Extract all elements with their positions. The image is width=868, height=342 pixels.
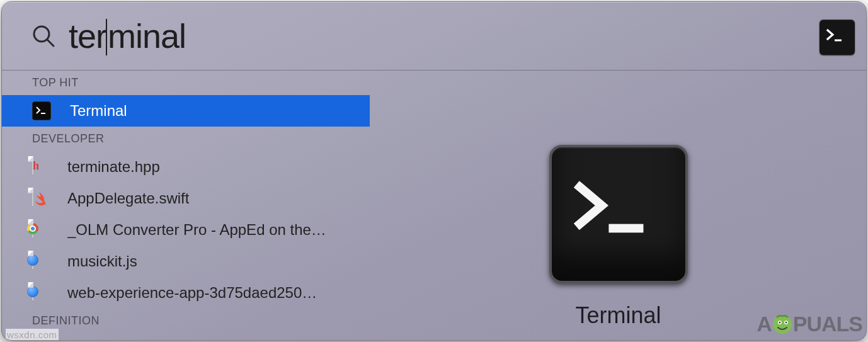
terminal-icon: [32, 101, 51, 120]
svg-point-9: [785, 321, 787, 323]
search-input[interactable]: terminal: [69, 16, 855, 55]
search-icon: [31, 23, 56, 48]
preview-pane: Terminal: [370, 71, 866, 340]
result-label: AppDelegate.swift: [67, 190, 189, 207]
result-label: terminate.hpp: [67, 158, 160, 176]
preview-app-icon: [549, 145, 688, 283]
section-header-developer: DEVELOPER: [2, 127, 370, 151]
result-item-terminate-hpp[interactable]: h terminate.hpp: [2, 151, 370, 183]
result-item-musickit-js[interactable]: musickit.js: [2, 246, 370, 277]
svg-point-5: [773, 315, 792, 334]
result-item-terminal[interactable]: Terminal: [2, 95, 370, 127]
spotlight-window: terminal TOP HIT Terminal DEVE: [1, 1, 867, 341]
preview-title: Terminal: [575, 302, 661, 329]
result-label: _OLM Converter Pro - AppEd on the…: [67, 221, 326, 239]
search-row: terminal: [2, 2, 866, 70]
swift-file-icon: [32, 188, 49, 208]
top-hit-mini-icon: [819, 20, 855, 55]
result-label: musickit.js: [67, 253, 137, 270]
js-file-icon: [32, 251, 49, 271]
appuals-logo-icon: [772, 314, 793, 335]
svg-point-8: [779, 321, 780, 323]
watermark-source: wsxdn.com: [6, 329, 59, 341]
result-item-web-experience-app[interactable]: web-experience-app-3d75daed250…: [2, 277, 370, 309]
result-item-appdelegate-swift[interactable]: AppDelegate.swift: [2, 183, 370, 214]
js-file-icon: [32, 283, 49, 303]
result-label: web-experience-app-3d75daed250…: [67, 284, 317, 302]
chrome-file-icon: [32, 220, 49, 240]
section-header-top-hit: TOP HIT: [2, 71, 370, 95]
header-file-icon: h: [32, 157, 49, 177]
svg-rect-4: [608, 224, 643, 233]
result-item-olm-converter[interactable]: _OLM Converter Pro - AppEd on the…: [2, 214, 370, 246]
watermark-appuals: A PUALS: [757, 312, 862, 336]
svg-line-1: [47, 40, 54, 46]
result-label: Terminal: [70, 102, 127, 120]
results-pane: TOP HIT Terminal DEVELOPER h terminate.h…: [2, 71, 370, 340]
